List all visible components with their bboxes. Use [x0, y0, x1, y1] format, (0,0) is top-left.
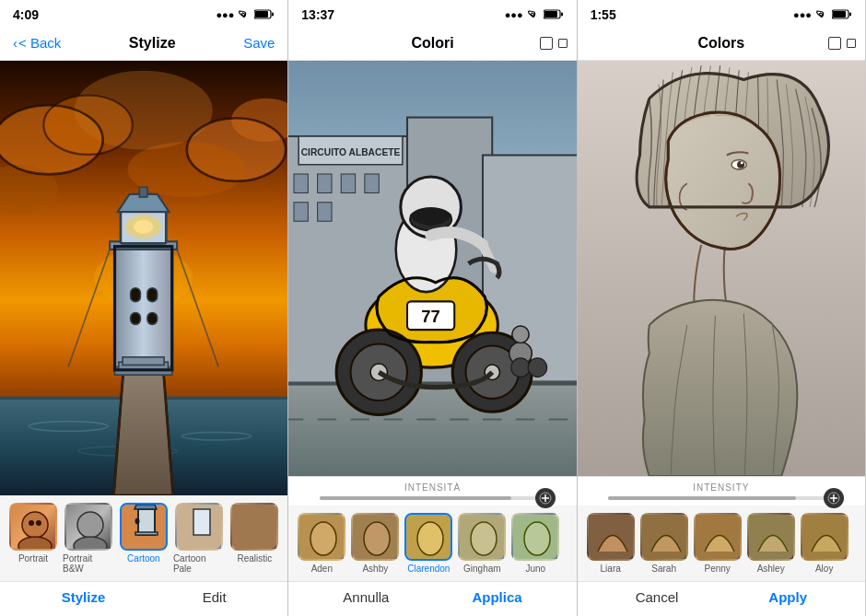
- bottom-toolbar-3: Cancel Apply: [578, 581, 865, 616]
- bottom-toolbar-1: Stylize Edit: [0, 581, 287, 616]
- filter-thumb-aden[interactable]: [298, 513, 345, 561]
- stylize-tab-1[interactable]: Stylize: [62, 589, 106, 605]
- filter-thumb-portrait[interactable]: [9, 503, 57, 551]
- phone-panel-1: 4:09 ●●● ‹ < Back Stylize Save: [0, 0, 288, 616]
- status-time-3: 1:55: [591, 7, 616, 22]
- lighthouse-artwork: [0, 61, 287, 495]
- grid-icon-3[interactable]: [828, 37, 841, 50]
- svg-point-46: [29, 520, 34, 526]
- svg-rect-106: [833, 11, 846, 17]
- filter-thumb-cartoonpale[interactable]: [175, 503, 223, 551]
- svg-rect-51: [138, 509, 155, 535]
- filter-thumb-realistic[interactable]: [230, 503, 278, 551]
- filter-item-sarah[interactable]: Sarah: [640, 513, 688, 574]
- svg-point-90: [511, 358, 531, 378]
- back-label-1[interactable]: < Back: [18, 35, 61, 51]
- wifi-icon-1: [238, 9, 251, 20]
- bottom-toolbar-2: Annulla Applica: [288, 581, 576, 616]
- slider-thumb-2[interactable]: [535, 488, 556, 508]
- filter-thumb-liara[interactable]: [587, 513, 635, 561]
- filter-item-cartoon[interactable]: Cartoon: [120, 503, 168, 574]
- back-button-1[interactable]: ‹ < Back: [13, 35, 61, 51]
- slider-track-2[interactable]: [320, 496, 545, 500]
- filter-label-portrait: Portrait: [18, 553, 48, 564]
- filter-thumb-sarah[interactable]: [640, 513, 688, 561]
- status-icons-3: ●●●: [793, 9, 852, 21]
- filter-thumb-juno[interactable]: [511, 513, 559, 561]
- expand-icon-3[interactable]: [847, 39, 856, 48]
- filter-item-ashley[interactable]: Ashley: [747, 513, 795, 574]
- battery-icon-1: [254, 9, 275, 21]
- filter-thumb-aloy[interactable]: [801, 513, 848, 561]
- nav-title-1: Stylize: [129, 35, 176, 52]
- filter-item-cartoonpale[interactable]: Cartoon Pale: [173, 503, 225, 574]
- phone-panel-3: 1:55 ●●● Colors: [578, 0, 866, 616]
- svg-rect-59: [544, 11, 557, 17]
- filter-item-juno[interactable]: Juno: [511, 513, 559, 574]
- slider-track-3[interactable]: [608, 496, 834, 500]
- status-bar-2: 13:37 ●●●: [288, 0, 576, 26]
- filter-item-gingham[interactable]: Gingham: [458, 513, 506, 574]
- signal-icon-3: ●●●: [793, 9, 812, 20]
- svg-point-12: [75, 71, 213, 150]
- battery-icon-2: [544, 9, 564, 21]
- filter-item-liara[interactable]: Liara: [587, 513, 635, 574]
- svg-rect-73: [288, 382, 576, 477]
- svg-rect-72: [318, 203, 332, 222]
- nav-icons-2: [540, 37, 568, 50]
- svg-rect-69: [342, 174, 356, 193]
- signal-icon-2: ●●●: [505, 9, 523, 20]
- status-bar-1: 4:09 ●●●: [0, 0, 287, 26]
- svg-rect-1: [255, 11, 268, 17]
- filter-item-aloy[interactable]: Aloy: [801, 513, 848, 574]
- svg-rect-26: [115, 247, 172, 370]
- filter-thumb-cartoon[interactable]: [120, 503, 168, 551]
- filter-item-clarendon[interactable]: Clarendon: [404, 513, 452, 574]
- filter-item-penny[interactable]: Penny: [694, 513, 742, 574]
- wifi-icon-3: [815, 9, 828, 20]
- slider-thumb-3[interactable]: [824, 488, 844, 508]
- svg-point-47: [36, 520, 41, 526]
- save-button-1[interactable]: Save: [243, 35, 275, 51]
- filter-label-clarendon: Clarendon: [407, 564, 450, 574]
- cancel-button-3[interactable]: Cancel: [636, 589, 679, 605]
- svg-rect-53: [135, 518, 139, 524]
- filter-thumb-ashley[interactable]: [747, 513, 795, 561]
- filter-thumb-clarendon[interactable]: [404, 513, 452, 561]
- svg-rect-40: [123, 357, 164, 366]
- svg-rect-52: [135, 532, 158, 535]
- applica-button-2[interactable]: Applica: [472, 589, 521, 605]
- filter-strip-3: Liara Sarah Penny Ashley Aloy: [578, 506, 865, 581]
- svg-point-91: [529, 358, 548, 378]
- filter-item-portrait[interactable]: Portrait: [9, 503, 57, 574]
- svg-point-98: [364, 522, 390, 555]
- filter-item-portbw[interactable]: Portrait B&W: [63, 503, 114, 574]
- edit-tab-1[interactable]: Edit: [203, 589, 227, 605]
- filter-thumb-gingham[interactable]: [458, 513, 506, 561]
- svg-rect-71: [294, 203, 308, 222]
- status-time-2: 13:37: [301, 7, 334, 22]
- filter-thumb-penny[interactable]: [694, 513, 742, 561]
- annulla-button-2[interactable]: Annulla: [343, 589, 389, 605]
- svg-point-100: [417, 522, 443, 555]
- apply-button-3[interactable]: Apply: [768, 589, 807, 605]
- intensity-label-2: INTENSITÀ: [404, 482, 461, 493]
- filter-item-ashby[interactable]: Ashby: [351, 513, 399, 574]
- expand-icon-2[interactable]: [558, 39, 568, 48]
- main-image-1: [0, 61, 287, 495]
- phone-panel-2: 13:37 ●●● Colori: [288, 0, 577, 616]
- svg-point-111: [740, 161, 743, 164]
- svg-rect-70: [365, 174, 379, 193]
- filter-thumb-portbw[interactable]: [64, 503, 112, 551]
- motorcycle-artwork: CIRCUITO ALBACETE 77: [288, 61, 576, 476]
- filter-thumb-ashby[interactable]: [351, 513, 399, 561]
- grid-icon-2[interactable]: [540, 37, 553, 50]
- status-icons-2: ●●●: [505, 9, 564, 21]
- svg-rect-28: [131, 288, 141, 302]
- svg-point-96: [310, 522, 336, 555]
- svg-rect-60: [561, 12, 563, 16]
- filter-item-aden[interactable]: Aden: [298, 513, 345, 574]
- svg-rect-37: [139, 187, 147, 197]
- filter-label-ashley: Ashley: [757, 564, 785, 574]
- filter-item-realistic[interactable]: Realistic: [230, 503, 278, 574]
